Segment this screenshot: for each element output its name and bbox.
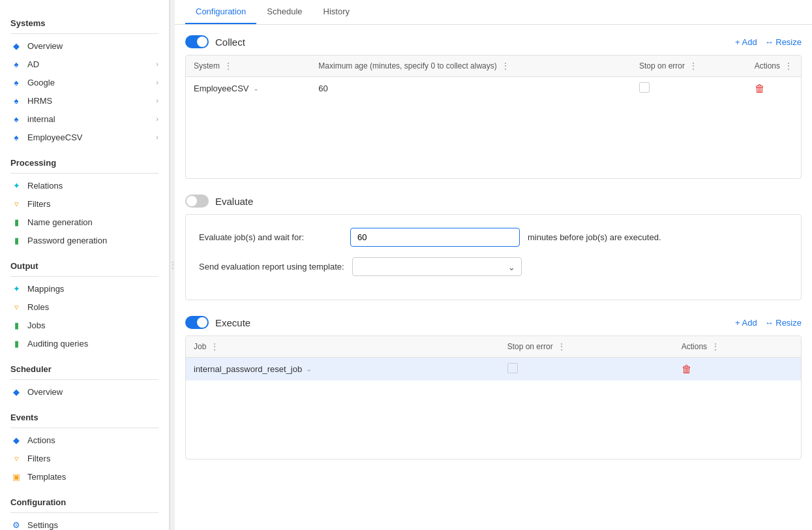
sidebar-item-actions[interactable]: ◆ Actions — [0, 431, 169, 449]
execute-empty-area — [186, 381, 801, 459]
sidebar-item-google[interactable]: ♠ Google › — [0, 73, 169, 91]
sidebar-item-mappings[interactable]: ✦ Mappings — [0, 279, 169, 298]
collect-title: Collect — [215, 37, 735, 48]
filter-icon: ▿ — [10, 301, 22, 313]
sidebar-item-overview-scheduler[interactable]: ◆ Overview — [0, 382, 169, 401]
sidebar-item-settings[interactable]: ⚙ Settings — [0, 516, 169, 530]
chevron-right-icon: › — [156, 60, 158, 68]
sidebar-item-filters-events[interactable]: ▿ Filters — [0, 449, 169, 467]
sidebar-item-ad[interactable]: ♠ AD › — [0, 55, 169, 73]
stop-col-menu[interactable]: ⋮ — [689, 61, 698, 71]
sidebar-item-label: Overview — [27, 41, 158, 51]
users-icon: ♠ — [10, 95, 22, 106]
col-job-stop-header: Stop on error ⋮ — [500, 336, 674, 358]
evaluate-section: Evaluate Evaluate job(s) and wait for: m… — [185, 195, 802, 300]
events-title: Events — [0, 406, 169, 425]
sidebar-item-filters[interactable]: ▿ Filters — [0, 195, 169, 213]
sidebar-item-label: Filters — [27, 199, 158, 209]
collect-toggle[interactable] — [185, 35, 209, 48]
maxage-col-menu[interactable]: ⋮ — [501, 61, 510, 71]
sidebar-item-label: internal — [27, 114, 156, 124]
execute-table-container: Job ⋮ Stop on error ⋮ — [185, 335, 802, 460]
row-expand-icon[interactable]: ⌄ — [306, 365, 312, 373]
collect-table: System ⋮ Maximum age (minutes, specify 0… — [186, 55, 801, 100]
globe-icon: ◆ — [10, 40, 22, 52]
scheduler-title: Scheduler — [0, 358, 169, 377]
globe-icon: ◆ — [10, 386, 22, 398]
actions-col-menu[interactable]: ⋮ — [784, 61, 793, 71]
users-icon: ♠ — [10, 58, 22, 70]
sidebar-item-templates[interactable]: ▣ Templates — [0, 467, 169, 486]
col-job-header: Job ⋮ — [186, 336, 500, 358]
sidebar: Systems ◆ Overview ♠ AD › ♠ Google › ♠ H… — [0, 0, 170, 530]
globe-icon: ✦ — [10, 283, 22, 294]
evaluate-toggle[interactable] — [185, 195, 209, 208]
sidebar-item-password-generation[interactable]: ▮ Password generation — [0, 231, 169, 249]
job-stop-col-menu[interactable]: ⋮ — [557, 341, 566, 352]
collect-resize-button[interactable]: ↔ Resize — [765, 37, 802, 47]
col-system-header: System ⋮ — [186, 55, 310, 77]
sidebar-item-roles[interactable]: ▿ Roles — [0, 298, 169, 316]
execute-toggle[interactable] — [185, 316, 209, 329]
file-icon: ▮ — [10, 319, 22, 331]
job-col-menu[interactable]: ⋮ — [210, 341, 219, 352]
sidebar-item-label: Actions — [27, 435, 158, 445]
job-actions-col-menu[interactable]: ⋮ — [711, 341, 720, 352]
filter-icon: ▿ — [10, 452, 22, 464]
collect-section: Collect + Add ↔ Resize System ⋮ — [185, 35, 802, 179]
tab-schedule[interactable]: Schedule — [256, 0, 312, 24]
col-actions-header: Actions ⋮ — [747, 55, 801, 77]
execute-resize-button[interactable]: ↔ Resize — [765, 318, 802, 328]
sidebar-item-internal[interactable]: ♠ internal › — [0, 110, 169, 128]
evaluate-wait-input[interactable] — [350, 228, 520, 247]
job-stop-checkbox[interactable] — [507, 363, 518, 373]
file-icon: ▮ — [10, 337, 22, 349]
tab-configuration[interactable]: Configuration — [185, 0, 256, 24]
cell-system: EmployeeCSV ⌄ — [186, 77, 310, 101]
users-icon: ♠ — [10, 113, 22, 125]
col-job-actions-header: Actions ⋮ — [674, 336, 801, 358]
sidebar-item-label: Password generation — [27, 236, 158, 245]
collect-add-button[interactable]: + Add — [735, 37, 757, 47]
delete-button[interactable]: 🗑 — [755, 83, 765, 94]
chevron-right-icon: › — [156, 115, 158, 123]
sidebar-item-name-generation[interactable]: ▮ Name generation — [0, 213, 169, 231]
filter-icon: ▿ — [10, 198, 22, 210]
row-expand-icon[interactable]: ⌄ — [253, 84, 259, 93]
sidebar-item-label: AD — [27, 59, 156, 69]
evaluate-template-row: Send evaluation report using template: ⌄ — [199, 257, 788, 276]
relation-icon: ✦ — [10, 179, 22, 191]
sidebar-item-relations[interactable]: ✦ Relations — [0, 176, 169, 195]
chevron-right-icon: › — [156, 133, 158, 141]
cell-actions: 🗑 — [747, 77, 801, 101]
gear-icon: ⚙ — [10, 519, 22, 530]
system-col-menu[interactable]: ⋮ — [224, 61, 233, 71]
sidebar-item-jobs[interactable]: ▮ Jobs — [0, 316, 169, 334]
execute-add-button[interactable]: + Add — [735, 318, 757, 328]
sidebar-item-label: Settings — [27, 520, 158, 530]
collect-header: Collect + Add ↔ Resize — [185, 35, 802, 48]
globe-icon: ◆ — [10, 434, 22, 446]
evaluate-template-select[interactable] — [352, 257, 522, 276]
tab-history[interactable]: History — [313, 0, 360, 24]
file-icon: ▮ — [10, 216, 22, 228]
stop-on-error-checkbox[interactable] — [639, 82, 650, 93]
sidebar-item-label: Name generation — [27, 217, 158, 227]
collect-table-container: System ⋮ Maximum age (minutes, specify 0… — [185, 55, 802, 179]
processing-section: Processing ✦ Relations ▿ Filters ▮ Name … — [0, 151, 169, 249]
sidebar-resize-handle[interactable] — [170, 0, 175, 530]
collect-actions: + Add ↔ Resize — [735, 37, 802, 47]
sidebar-item-hrms[interactable]: ♠ HRMS › — [0, 91, 169, 110]
sidebar-item-overview-systems[interactable]: ◆ Overview — [0, 37, 169, 55]
sidebar-item-employeecsv[interactable]: ♠ EmployeeCSV › — [0, 128, 169, 146]
sidebar-item-label: Roles — [27, 302, 158, 312]
sidebar-item-label: Jobs — [27, 320, 158, 330]
sidebar-item-auditing-queries[interactable]: ▮ Auditing queries — [0, 334, 169, 352]
template-icon: ▣ — [10, 471, 22, 482]
job-delete-button[interactable]: 🗑 — [682, 364, 692, 375]
evaluate-wait-label: Evaluate job(s) and wait for: — [199, 232, 342, 242]
table-row: EmployeeCSV ⌄ 60 🗑 — [186, 77, 801, 101]
cell-job-actions: 🗑 — [674, 358, 801, 381]
evaluate-wait-text: minutes before job(s) are executed. — [528, 232, 661, 242]
execute-header: Execute + Add ↔ Resize — [185, 316, 802, 329]
